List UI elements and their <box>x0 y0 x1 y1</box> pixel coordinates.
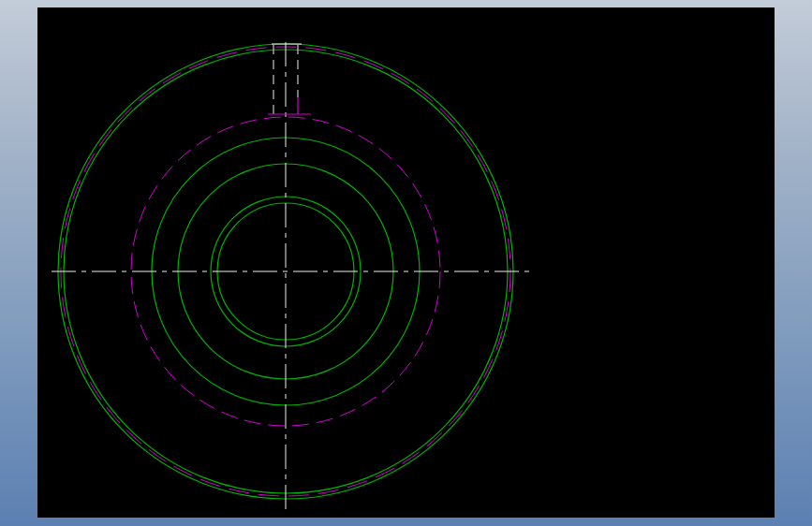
window-frame <box>0 0 812 526</box>
cad-drawing <box>37 7 775 518</box>
drawing-canvas[interactable] <box>37 7 775 518</box>
